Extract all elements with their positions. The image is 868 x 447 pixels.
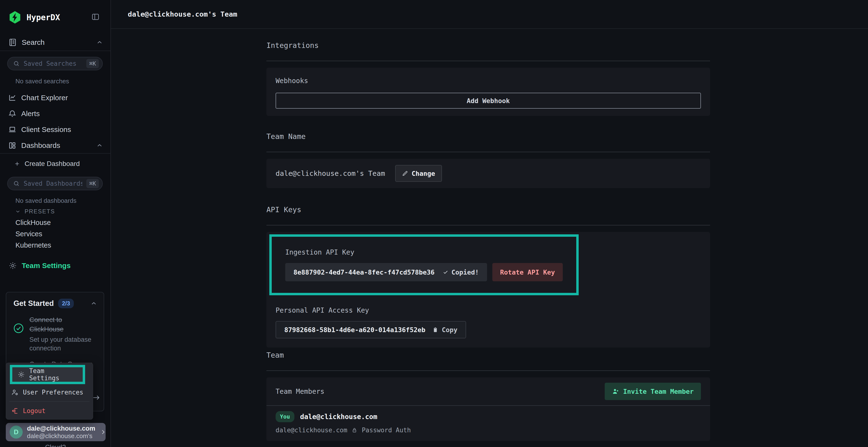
- section-divider: [267, 61, 710, 61]
- get-started-item-subtitle: Set up your database connection: [29, 335, 98, 353]
- saved-dashboards-input[interactable]: [24, 180, 83, 187]
- section-divider: [267, 225, 710, 226]
- team-members-label: Team Members: [276, 387, 324, 396]
- personal-api-key-value-pill[interactable]: 87982668-58b1-4d6e-a620-014a136f52eb Cop…: [276, 321, 466, 338]
- gear-icon: [18, 371, 25, 378]
- personal-api-key-label: Personal API Access Key: [276, 306, 701, 314]
- team-name-value: dale@clickhouse.com's Team: [276, 169, 385, 177]
- gear-icon: [9, 262, 17, 270]
- sidebar-collapse-icon[interactable]: [91, 12, 100, 21]
- get-started-title: Get Started: [13, 299, 54, 308]
- saved-searches-input[interactable]: [24, 60, 83, 67]
- menu-item-team-settings[interactable]: Team Settings: [12, 367, 83, 382]
- team-members-card: Team Members Invite Team Member You dale…: [267, 377, 710, 441]
- brand-name: HyperDX: [27, 13, 60, 22]
- presets-toggle[interactable]: PRESETS: [15, 208, 55, 215]
- bell-icon: [8, 110, 17, 118]
- webhooks-card: Webhooks Add Webhook: [267, 68, 710, 116]
- chevron-up-icon[interactable]: [90, 300, 97, 307]
- team-heading: Team: [267, 351, 710, 360]
- api-keys-heading: API Keys: [267, 205, 710, 214]
- preset-item-services[interactable]: Services: [16, 230, 42, 238]
- chevron-up-icon[interactable]: [96, 142, 103, 149]
- saved-searches-box: ⌘K: [7, 57, 103, 70]
- no-saved-dashboards-note: No saved dashboards: [16, 197, 76, 204]
- change-team-name-button[interactable]: Change: [395, 165, 442, 182]
- add-webhook-button[interactable]: Add Webhook: [276, 93, 701, 109]
- sidebar-item-team-settings[interactable]: Team Settings: [9, 262, 71, 270]
- ingestion-api-key-value: 8e887902-4ed7-44ea-8fec-f47cd578be36: [293, 269, 434, 276]
- check-icon: [443, 269, 448, 275]
- invite-team-member-button[interactable]: Invite Team Member: [605, 383, 701, 400]
- get-started-progress-badge: 2/3: [58, 299, 74, 308]
- brand-row: HyperDX: [8, 10, 60, 24]
- no-saved-searches-note: No saved searches: [16, 77, 69, 85]
- webhooks-label: Webhooks: [276, 77, 701, 85]
- sidebar-section-search[interactable]: Search: [8, 38, 103, 47]
- saved-dashboards-box: ⌘K: [7, 177, 103, 190]
- chevron-right-icon: [100, 428, 107, 436]
- sidebar-item-dashboards[interactable]: Dashboards: [8, 140, 103, 151]
- sidebar-item-alerts[interactable]: Alerts: [8, 108, 103, 119]
- dashboard-grid-icon: [8, 141, 17, 149]
- saved-searches-shortcut: ⌘K: [86, 59, 99, 68]
- section-divider: [267, 152, 710, 152]
- avatar: D: [10, 425, 23, 439]
- pencil-icon: [402, 170, 408, 176]
- sidebar-divider: [0, 153, 111, 153]
- user-gear-icon: [11, 389, 19, 396]
- page-header: dale@clickhouse.com's Team: [111, 0, 868, 29]
- team-name-heading: Team Name: [267, 132, 710, 141]
- ingestion-api-key-value-pill[interactable]: 8e887902-4ed7-44ea-8fec-f47cd578be36 Cop…: [285, 263, 487, 281]
- member-name: dale@clickhouse.com: [300, 413, 377, 421]
- page-title: dale@clickhouse.com's Team: [128, 10, 237, 18]
- user-popup-menu: Team Settings User Preferences Logout: [6, 363, 93, 419]
- magnifier-icon: [13, 60, 20, 67]
- sidebar-item-client-sessions[interactable]: Client Sessions: [8, 124, 103, 135]
- logout-icon: [11, 407, 19, 414]
- clipped-bottom-text: Cloud?: [0, 444, 111, 447]
- api-keys-card: Ingestion API Key 8e887902-4ed7-44ea-8fe…: [267, 232, 710, 347]
- chart-line-icon: [8, 94, 17, 102]
- annotation-highlight-ingestion-key: Ingestion API Key 8e887902-4ed7-44ea-8fe…: [269, 234, 579, 295]
- sidebar-item-chart-explorer[interactable]: Chart Explorer: [8, 92, 103, 104]
- annotation-highlight-team-settings: Team Settings: [10, 365, 85, 384]
- plus-icon: [14, 161, 20, 167]
- search-notebook-icon: [8, 38, 17, 47]
- section-divider: [267, 370, 710, 371]
- copy-button[interactable]: Copy: [432, 326, 457, 334]
- user-email: dale@clickhouse.com: [27, 424, 95, 432]
- preset-item-clickhouse[interactable]: ClickHouse: [16, 219, 51, 227]
- check-circle-icon: [13, 323, 24, 353]
- user-team-subtitle: dale@clickhouse.com's: [27, 432, 95, 440]
- menu-item-user-preferences[interactable]: User Preferences: [6, 386, 93, 399]
- team-members-header: Team Members Invite Team Member: [267, 377, 710, 405]
- member-email: dale@clickhouse.com: [276, 426, 347, 434]
- get-started-header[interactable]: Get Started 2/3: [6, 293, 104, 308]
- arrow-right-icon: [92, 393, 100, 402]
- get-started-item-title: Connect to ClickHouse: [29, 315, 98, 334]
- saved-dashboards-shortcut: ⌘K: [86, 179, 99, 188]
- preset-item-kubernetes[interactable]: Kubernetes: [16, 241, 51, 249]
- user-account-card[interactable]: D dale@clickhouse.com dale@clickhouse.co…: [6, 423, 105, 441]
- chevron-down-icon: [15, 209, 21, 214]
- ingestion-api-key-label: Ingestion API Key: [285, 248, 563, 256]
- you-badge: You: [276, 411, 294, 422]
- sidebar-search-label: Search: [22, 38, 44, 46]
- team-member-row: You dale@clickhouse.com dale@clickhouse.…: [267, 406, 710, 441]
- create-dashboard-button[interactable]: Create Dashboard: [14, 160, 80, 168]
- section-integrations: Integrations Webhooks Add Webhook: [267, 41, 710, 116]
- personal-api-key-block: Personal API Access Key 87982668-58b1-4d…: [276, 306, 701, 338]
- magnifier-icon: [13, 180, 20, 187]
- chevron-up-icon[interactable]: [96, 39, 103, 46]
- clipboard-icon: [432, 326, 438, 333]
- section-api-keys: API Keys Ingestion API Key 8e887902-4ed7…: [267, 205, 710, 347]
- menu-item-logout[interactable]: Logout: [6, 404, 93, 418]
- rotate-api-key-button[interactable]: Rotate API Key: [492, 263, 563, 281]
- hyperdx-logo-icon: [8, 10, 22, 24]
- laptop-icon: [8, 126, 17, 134]
- member-auth-method: Password Auth: [362, 426, 411, 434]
- copied-indicator: Copied!: [443, 269, 479, 276]
- sidebar-divider: [0, 50, 111, 51]
- get-started-item-connect[interactable]: Connect to ClickHouse Set up your databa…: [6, 315, 104, 353]
